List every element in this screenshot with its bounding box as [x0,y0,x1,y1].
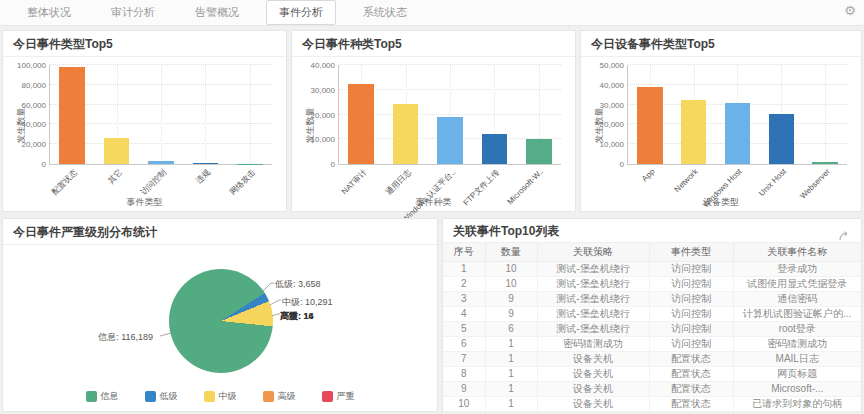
bar[interactable] [148,161,174,164]
table-cell: 测试-堡垒机绕行 [537,291,649,306]
table-cell: 设备关机 [537,351,649,366]
table-row[interactable]: 81设备关机配置状态网页标题 [443,366,861,381]
panel-device-event-type-top5: 今日设备事件类型Top5 发生数量 010,00020,00030,00040,… [580,30,862,212]
bar-column[interactable]: Windows 认证平台.. [428,65,472,164]
bar-column[interactable]: 违规 [183,65,227,164]
y-tick-label: 20,000 [22,140,46,149]
legend-swatch [204,391,215,402]
bar[interactable] [104,138,130,164]
x-tick-label: 网络攻击 [227,167,257,197]
table-cell: 2 [443,276,485,291]
table-row[interactable]: 56测试-堡垒机绕行访问控制root登录 [443,321,861,336]
table-row[interactable]: 71设备关机配置状态MAIL日志 [443,351,861,366]
table-row[interactable]: 91设备关机配置状态Microsoft-... [443,381,861,396]
table-row[interactable]: 101设备关机配置状态已请求到对象的句柄 [443,396,861,411]
y-tick-label: 60,000 [22,100,46,109]
bar-column[interactable]: App [628,65,672,164]
table-cell: 1 [485,366,537,381]
panel-title: 关联事件Top10列表 [453,219,559,242]
bar[interactable] [393,104,419,164]
column-header: 事件类型 [649,243,733,261]
table-cell: 9 [485,291,537,306]
y-tick-label: 40,000 [311,61,335,70]
tab-overall[interactable]: 整体状况 [14,0,84,25]
table-row[interactable]: 110测试-堡垒机绕行访问控制登录成功 [443,261,861,276]
legend-item[interactable]: 严重 [322,390,355,403]
bar[interactable] [725,103,750,164]
bar[interactable] [348,84,374,164]
bar-column[interactable]: Network [672,65,716,164]
tab-system-status[interactable]: 系统状态 [350,0,420,25]
table-cell: 访问控制 [649,321,733,336]
table-row[interactable]: 210测试-堡垒机绕行访问控制试图使用显式凭据登录 [443,276,861,291]
bar-column[interactable]: NAT审计 [339,65,383,164]
bar[interactable] [769,114,794,164]
legend-item[interactable]: 高级 [263,390,296,403]
panel-event-type-top5: 今日事件类型Top5 发生数量 020,00040,00060,00080,00… [2,30,287,212]
x-axis-label: 事件类型 [3,196,286,209]
table-cell: 设备关机 [537,366,649,381]
tab-event-analysis[interactable]: 事件分析 [266,0,336,25]
table-cell: 网页标题 [733,366,861,381]
bar[interactable] [437,117,463,164]
tab-audit[interactable]: 审计分析 [98,0,168,25]
bar-column[interactable]: 其它 [94,65,138,164]
table-cell: 访问控制 [649,276,733,291]
table-cell: 3 [443,291,485,306]
pie-legend: 信息低级中级高级严重 [3,390,437,403]
y-tick-label: 0 [331,160,335,169]
table-cell: 1 [485,336,537,351]
bar[interactable] [193,163,219,164]
x-tick-label: Network [673,167,700,194]
bar[interactable] [681,100,706,164]
bar-column[interactable]: Microsoft-W.. [517,65,561,164]
legend-item[interactable]: 信息 [86,390,119,403]
table-cell: 试图使用显式凭据登录 [733,276,861,291]
bar-chart-event-type[interactable]: 发生数量 020,00040,00060,00080,000100,000配置状… [3,57,286,211]
bar-chart-device-type[interactable]: 发生数量 010,00020,00030,00040,00050,000AppN… [581,57,861,211]
bar-column[interactable]: FTP文件上传 [472,65,516,164]
table-cell: 1 [485,351,537,366]
bar-column[interactable]: 访问控制 [139,65,183,164]
bar[interactable] [637,87,662,164]
table-cell: 访问控制 [649,306,733,321]
pie-chart-severity[interactable]: 信息: 116,189 低级: 3,658 中级: 10,291 高级: 16 … [3,245,437,411]
y-axis-label: 发生数量 [304,96,317,156]
plot-area: 020,00040,00060,00080,000100,000配置状态其它访问… [49,65,272,165]
panel-title: 今日设备事件类型Top5 [581,31,861,57]
bar[interactable] [482,134,508,164]
bar[interactable] [812,162,837,164]
table-cell: 1 [485,396,537,411]
table-cell: 1 [485,381,537,396]
tab-alarm[interactable]: 告警概况 [182,0,252,25]
table-row[interactable]: 61密码猜测成功访问控制密码猜测成功 [443,336,861,351]
table-cell: 配置状态 [649,351,733,366]
bar-column[interactable]: Webserver [803,65,847,164]
table-cell: 设备关机 [537,381,649,396]
table-cell: 8 [443,366,485,381]
table-cell: 10 [485,261,537,276]
table-cell: 配置状态 [649,396,733,411]
bar-chart-event-kind[interactable]: 发生数量 010,00020,00030,00040,000NAT审计通用日志W… [292,57,575,211]
share-icon[interactable] [839,219,851,242]
bar-column[interactable]: 配置状态 [50,65,94,164]
legend-item[interactable]: 中级 [204,390,237,403]
table-cell: 6 [485,321,537,336]
x-tick-label: Unix Host [757,167,788,198]
legend-item[interactable]: 低级 [145,390,178,403]
table-header-row: 序号数量关联策略事件类型关联事件名称 [443,243,861,261]
bar[interactable] [59,67,85,165]
pie[interactable] [169,269,273,373]
x-tick-label: App [640,167,656,183]
table-row[interactable]: 49测试-堡垒机绕行访问控制计算机试图验证帐户的... [443,306,861,321]
bar-column[interactable]: 通用日志 [383,65,427,164]
correlated-events-table[interactable]: 序号数量关联策略事件类型关联事件名称 110测试-堡垒机绕行访问控制登录成功21… [443,243,861,412]
bar-column[interactable]: Unix Host [759,65,803,164]
gear-icon[interactable]: ⚙ [844,3,856,18]
table-cell: 测试-堡垒机绕行 [537,321,649,336]
bar-column[interactable]: 网络攻击 [228,65,272,164]
bar-column[interactable]: Windows Host [716,65,760,164]
table-cell: 9 [443,381,485,396]
table-row[interactable]: 39测试-堡垒机绕行访问控制通信密码 [443,291,861,306]
bar[interactable] [526,139,552,164]
